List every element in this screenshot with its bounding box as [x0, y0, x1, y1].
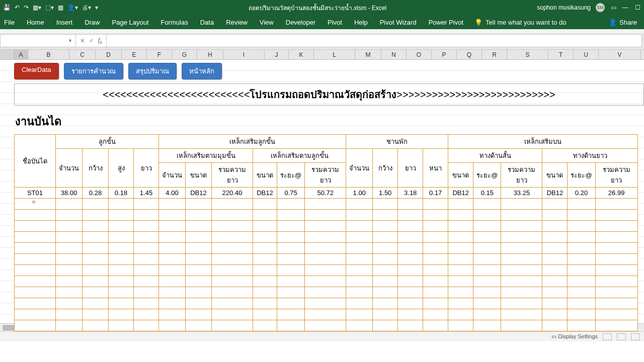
fx-icon[interactable]: fx — [98, 37, 102, 45]
cell[interactable]: 0.20 — [568, 188, 595, 199]
cell[interactable]: 0.28 — [83, 188, 109, 199]
empty-row[interactable] — [15, 243, 638, 254]
name-box-dropdown-icon[interactable]: ▼ — [68, 38, 72, 43]
tab-power-pivot[interactable]: Power Pivot — [424, 17, 468, 28]
qat-icon[interactable]: ⬚▾ — [45, 4, 54, 11]
col-header[interactable]: I — [223, 50, 265, 59]
col-header[interactable]: B — [28, 50, 69, 59]
worksheet[interactable]: ClearData รายการคำนวณ สรุปปริมาณ หน้าหลั… — [0, 60, 644, 341]
tell-me[interactable]: 💡 Tell me what you want to do — [474, 19, 566, 26]
enter-icon[interactable]: ✓ — [89, 37, 94, 44]
col-header[interactable]: D — [96, 50, 122, 59]
cell[interactable]: 26.99 — [595, 188, 637, 199]
tab-page-layout[interactable]: Page Layout — [107, 17, 154, 28]
ribbon-display-icon[interactable]: ▭ — [610, 4, 617, 11]
cell[interactable]: DB12 — [253, 188, 277, 199]
col-header[interactable]: O — [407, 50, 432, 59]
qat-icon[interactable]: 🖨▾ — [82, 4, 91, 11]
maximize-icon[interactable]: ☐ — [634, 4, 641, 11]
empty-row[interactable] — [15, 199, 638, 210]
cell[interactable]: 38.00 — [56, 188, 83, 199]
empty-row[interactable] — [15, 298, 638, 309]
cell[interactable]: 1.00 — [346, 188, 373, 199]
qat-icon[interactable]: ▦▾ — [33, 4, 41, 11]
empty-row[interactable] — [15, 320, 638, 331]
col-header[interactable]: Q — [457, 50, 482, 59]
share-button[interactable]: 👤 Share — [605, 17, 641, 28]
qat-icon[interactable]: ▦ — [58, 4, 63, 11]
col-header[interactable]: S — [507, 50, 548, 59]
tab-review[interactable]: Review — [221, 17, 253, 28]
cell[interactable]: 33.25 — [501, 188, 542, 199]
col-header[interactable]: N — [381, 50, 407, 59]
user-avatar[interactable]: SM — [596, 3, 605, 12]
empty-row[interactable] — [15, 210, 638, 221]
display-settings-button[interactable]: ▭ Display Settings — [551, 333, 598, 340]
stair-table[interactable]: ชื่อบันได ลูกขั้น เหล็กเสริมลูกขั้น ชานพ… — [14, 134, 638, 331]
tab-formulas[interactable]: Formulas — [156, 17, 193, 28]
tab-developer[interactable]: Developer — [281, 17, 320, 28]
col-header[interactable]: J — [265, 50, 289, 59]
empty-row[interactable] — [15, 254, 638, 265]
col-header[interactable]: V — [599, 50, 641, 59]
cell[interactable]: 220.40 — [212, 188, 253, 199]
tab-pivot-wizard[interactable]: Pivot Wizard — [375, 17, 422, 28]
page-break-view-icon[interactable] — [631, 333, 640, 340]
user-name[interactable]: sophon musikasung — [537, 4, 591, 11]
empty-row[interactable] — [15, 276, 638, 287]
cell[interactable]: 0.75 — [277, 188, 305, 199]
normal-view-icon[interactable] — [603, 333, 612, 340]
empty-row[interactable] — [15, 232, 638, 243]
summary-button[interactable]: สรุปปริมาณ — [128, 63, 177, 79]
select-all-corner[interactable] — [0, 50, 14, 59]
col-header[interactable]: E — [122, 50, 147, 59]
tab-home[interactable]: Home — [22, 17, 49, 28]
empty-row[interactable] — [15, 265, 638, 276]
data-row[interactable]: ST01 38.00 0.28 0.18 1.45 4.00 DB12 220.… — [15, 188, 638, 199]
cell[interactable]: 1.50 — [373, 188, 398, 199]
tab-data[interactable]: Data — [195, 17, 219, 28]
clear-data-button[interactable]: ClearData — [14, 63, 59, 79]
col-header[interactable]: K — [289, 50, 314, 59]
formula-input[interactable] — [107, 35, 641, 47]
col-header[interactable]: H — [197, 50, 223, 59]
cell[interactable]: 1.45 — [134, 188, 159, 199]
cell[interactable]: 4.00 — [159, 188, 186, 199]
tab-help[interactable]: Help — [349, 17, 373, 28]
empty-row[interactable] — [15, 287, 638, 298]
col-header[interactable]: T — [548, 50, 574, 59]
col-header[interactable]: R — [482, 50, 507, 59]
col-header[interactable]: U — [574, 50, 599, 59]
calc-list-button[interactable]: รายการคำนวณ — [64, 63, 123, 79]
tab-draw[interactable]: Draw — [79, 17, 105, 28]
cell[interactable]: DB12 — [448, 188, 473, 199]
col-header[interactable]: M — [355, 50, 381, 59]
col-header[interactable]: F — [147, 50, 172, 59]
tab-view[interactable]: View — [255, 17, 279, 28]
tab-pivot[interactable]: Pivot — [323, 17, 347, 28]
cell[interactable]: DB12 — [542, 188, 568, 199]
col-header[interactable]: L — [314, 50, 355, 59]
col-header[interactable]: G — [172, 50, 197, 59]
cell[interactable]: 3.18 — [398, 188, 423, 199]
qat-icon[interactable]: 👤▾ — [67, 4, 78, 11]
main-page-button[interactable]: หน้าหลัก — [182, 63, 222, 79]
col-header[interactable]: A — [14, 50, 28, 59]
tab-insert[interactable]: Insert — [51, 17, 78, 28]
qat-dropdown-icon[interactable]: ▾ — [95, 4, 98, 11]
name-box[interactable]: ▼ — [1, 35, 76, 47]
cell[interactable]: 0.17 — [423, 188, 448, 199]
col-header[interactable]: P — [432, 50, 457, 59]
minimize-icon[interactable]: — — [622, 4, 629, 11]
cell[interactable]: DB12 — [186, 188, 212, 199]
tab-file[interactable]: File — [3, 17, 20, 28]
empty-row[interactable] — [15, 221, 638, 232]
empty-row[interactable] — [15, 309, 638, 320]
cell[interactable]: 0.15 — [473, 188, 501, 199]
cell[interactable]: 50.72 — [305, 188, 346, 199]
redo-icon[interactable]: ↷ — [24, 4, 29, 11]
page-layout-view-icon[interactable] — [617, 333, 626, 340]
cell[interactable]: 0.18 — [109, 188, 134, 199]
undo-icon[interactable]: ↶ — [15, 4, 20, 11]
col-header[interactable]: C — [69, 50, 96, 59]
